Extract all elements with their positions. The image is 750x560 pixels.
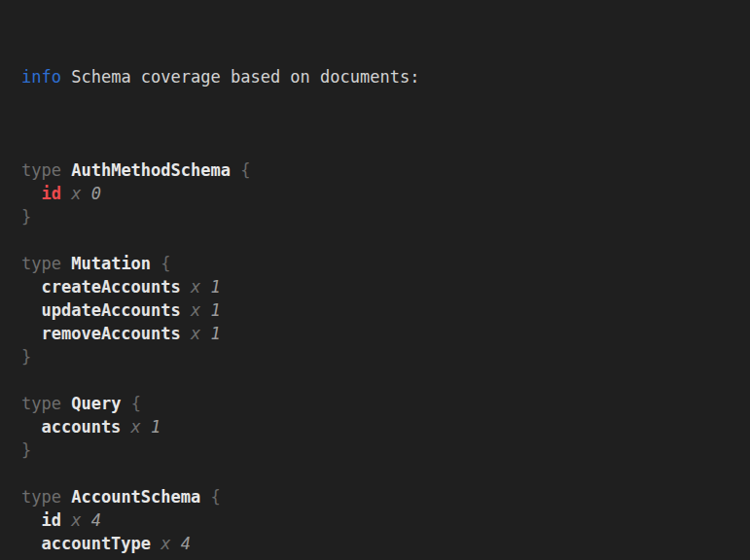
close-brace: } <box>21 347 31 367</box>
type-name: AuthMethodSchema <box>71 160 231 180</box>
times-symbol: x <box>131 417 141 437</box>
field-coverage-line: removeAccounts x 1 <box>21 322 729 345</box>
type-name: AccountSchema <box>71 487 200 507</box>
field-coverage-line: accounts x 1 <box>21 415 729 438</box>
times-symbol: x <box>71 510 81 530</box>
type-keyword: type <box>21 254 61 273</box>
type-block: type AccountSchema {id x 4accountType x … <box>21 485 729 560</box>
close-brace-line: } <box>21 345 729 368</box>
type-name: Query <box>71 394 121 413</box>
open-brace: { <box>211 487 221 507</box>
open-brace: { <box>131 394 141 413</box>
times-symbol: x <box>191 324 200 343</box>
type-keyword: type <box>21 487 61 507</box>
close-brace: } <box>21 440 31 460</box>
type-declaration-line: type Mutation { <box>21 252 729 275</box>
close-brace-line: } <box>21 438 729 462</box>
field-name: id <box>41 184 60 203</box>
times-symbol: x <box>161 534 170 553</box>
coverage-count: 1 <box>211 277 221 297</box>
type-declaration-line: type AccountSchema { <box>21 485 729 508</box>
type-name: Mutation <box>71 254 151 273</box>
times-symbol: x <box>71 184 81 203</box>
close-brace: } <box>21 207 31 227</box>
coverage-count: 0 <box>91 184 101 203</box>
coverage-header-message: Schema coverage based on documents: <box>71 67 419 87</box>
log-level-info-label: info <box>21 67 61 87</box>
type-declaration-line: type Query { <box>21 392 729 415</box>
field-coverage-line: updateAccounts x 1 <box>21 298 729 322</box>
coverage-count: 1 <box>211 300 221 320</box>
type-declaration-line: type AuthMethodSchema { <box>21 158 729 182</box>
type-block: type Mutation {createAccounts x 1updateA… <box>21 252 729 368</box>
times-symbol: x <box>191 300 200 320</box>
type-keyword: type <box>21 160 61 180</box>
field-name: createAccounts <box>41 277 180 297</box>
field-name: accounts <box>41 417 121 437</box>
open-brace: { <box>161 254 170 273</box>
coverage-count: 1 <box>211 324 221 343</box>
schema-type-blocks: type AuthMethodSchema {id x 0}type Mutat… <box>21 158 729 560</box>
field-name: id <box>41 510 60 530</box>
type-block: type AuthMethodSchema {id x 0} <box>21 158 729 228</box>
space <box>61 67 71 87</box>
terminal-output: info Schema coverage based on documents:… <box>0 0 750 560</box>
open-brace: { <box>240 160 250 180</box>
field-coverage-line: accountName x 4 <box>21 555 729 560</box>
type-keyword: type <box>21 394 61 413</box>
field-name: removeAccounts <box>41 324 180 343</box>
field-coverage-line: createAccounts x 1 <box>21 275 729 298</box>
field-coverage-line: id x 0 <box>21 182 729 205</box>
field-coverage-line: id x 4 <box>21 508 729 532</box>
times-symbol: x <box>191 277 200 297</box>
field-coverage-line: accountType x 4 <box>21 532 729 555</box>
coverage-header-line: info Schema coverage based on documents: <box>21 65 729 88</box>
coverage-count: 4 <box>181 534 191 553</box>
coverage-count: 1 <box>151 417 161 437</box>
type-block: type Query {accounts x 1} <box>21 392 729 462</box>
field-name: accountType <box>41 534 151 553</box>
field-name: updateAccounts <box>41 300 180 320</box>
coverage-count: 4 <box>91 510 101 530</box>
close-brace-line: } <box>21 205 729 228</box>
